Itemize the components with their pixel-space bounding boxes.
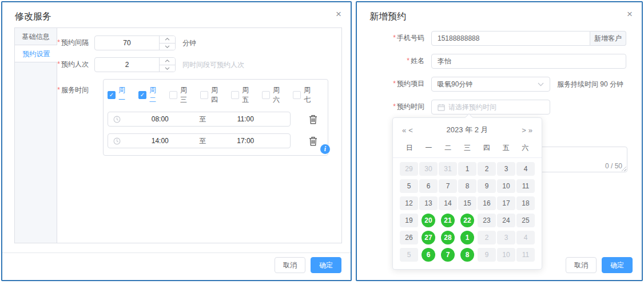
required-marker: * bbox=[407, 57, 410, 65]
calendar-day-cell[interactable]: 10 bbox=[497, 179, 515, 193]
calendar-day-cell[interactable]: 20 bbox=[419, 213, 438, 227]
calendar-day-cell[interactable]: 27 bbox=[419, 230, 438, 244]
weekday-checkbox[interactable]: ✓周一 bbox=[108, 85, 132, 105]
calendar-day: 8 bbox=[458, 179, 476, 193]
calendar-day-cell[interactable]: 22 bbox=[458, 213, 476, 227]
calendar-day-cell[interactable]: 10 bbox=[497, 247, 515, 262]
calendar-day-cell[interactable]: 4 bbox=[516, 230, 535, 244]
calendar-day-cell[interactable]: 1 bbox=[458, 161, 476, 176]
calendar-day-cell[interactable]: 6 bbox=[419, 247, 438, 262]
weekday-checkbox[interactable]: 周七 bbox=[293, 85, 317, 105]
calendar-day-cell[interactable]: 9 bbox=[478, 179, 496, 193]
calendar-day-cell[interactable]: 16 bbox=[478, 196, 496, 210]
prev-year-icon[interactable]: « bbox=[401, 126, 407, 135]
interval-value[interactable]: 70 bbox=[95, 36, 159, 50]
calendar-icon bbox=[438, 104, 445, 111]
calendar-day-cell[interactable]: 3 bbox=[497, 230, 515, 244]
capacity-number-input[interactable]: 2 bbox=[94, 57, 176, 72]
cancel-button[interactable]: 取消 bbox=[275, 257, 305, 273]
time-start-value[interactable]: 08:00 bbox=[121, 115, 200, 123]
capacity-value[interactable]: 2 bbox=[95, 58, 159, 72]
time-end-value[interactable]: 17:00 bbox=[206, 137, 285, 145]
spinner-up-icon[interactable] bbox=[160, 58, 175, 65]
calendar-day-cell[interactable]: 31 bbox=[439, 161, 457, 176]
tab-basic-info[interactable]: 基础信息 bbox=[15, 28, 57, 45]
date-picker-popup: « < 2023 年 2 月 > » 日一二三四五六 2930311234567… bbox=[392, 117, 542, 270]
confirm-button[interactable]: 确定 bbox=[311, 257, 341, 273]
time-range-input[interactable]: 14:00至17:00 bbox=[108, 133, 291, 148]
tab-appointment-settings[interactable]: 预约设置 bbox=[15, 45, 58, 62]
calendar-day-cell[interactable]: 19 bbox=[400, 213, 418, 227]
calendar-day-cell[interactable]: 8 bbox=[458, 247, 476, 262]
calendar-day-cell[interactable]: 13 bbox=[419, 196, 438, 210]
calendar-day-cell[interactable]: 3 bbox=[497, 161, 515, 176]
calendar-day-cell[interactable]: 30 bbox=[419, 161, 438, 176]
calendar-day: 7 bbox=[439, 179, 457, 193]
next-month-icon[interactable]: > bbox=[520, 126, 527, 135]
calendar-day-cell[interactable]: 2 bbox=[478, 230, 496, 244]
calendar-day-cell[interactable]: 15 bbox=[458, 196, 476, 210]
confirm-button[interactable]: 确定 bbox=[602, 257, 633, 273]
calendar-day-cell[interactable]: 9 bbox=[478, 247, 496, 262]
calendar-day-cell[interactable]: 7 bbox=[439, 179, 457, 193]
calendar-day-available: 20 bbox=[422, 214, 435, 227]
time-end-value[interactable]: 11:00 bbox=[206, 115, 285, 123]
close-icon[interactable]: × bbox=[336, 9, 341, 19]
required-marker: * bbox=[393, 102, 396, 111]
service-time-row: *服务时间 ✓周一✓周二周三周四周五周六周七 08:00至11:0014:00至… bbox=[57, 79, 333, 156]
calendar-day: 31 bbox=[439, 162, 457, 176]
calendar-day: 5 bbox=[400, 248, 418, 262]
calendar-day: 5 bbox=[400, 179, 418, 193]
calendar-day: 29 bbox=[400, 162, 418, 176]
add-customer-button[interactable]: 新增客户 bbox=[590, 31, 626, 46]
info-icon[interactable]: i bbox=[320, 144, 330, 154]
calendar-day-cell[interactable]: 12 bbox=[400, 196, 418, 210]
interval-number-input[interactable]: 70 bbox=[94, 35, 176, 50]
calendar-day-cell[interactable]: 6 bbox=[419, 179, 438, 193]
calendar-day-cell[interactable]: 5 bbox=[400, 247, 418, 262]
weekday-checkbox[interactable]: 周三 bbox=[169, 85, 193, 105]
calendar-day: 6 bbox=[419, 179, 438, 193]
calendar-day-cell[interactable]: 5 bbox=[400, 179, 418, 193]
prev-month-icon[interactable]: < bbox=[407, 126, 414, 135]
calendar-day-cell[interactable]: 23 bbox=[478, 213, 496, 227]
calendar-day-cell[interactable]: 1 bbox=[458, 230, 476, 244]
trash-icon[interactable] bbox=[309, 136, 317, 146]
calendar-month-title: 2023 年 2 月 bbox=[414, 125, 520, 135]
next-year-icon[interactable]: » bbox=[527, 126, 534, 135]
phone-input[interactable]: 15188888888 bbox=[431, 31, 590, 46]
weekday-checkbox[interactable]: 周五 bbox=[231, 85, 255, 105]
calendar-day-cell[interactable]: 28 bbox=[439, 230, 457, 244]
cancel-button[interactable]: 取消 bbox=[566, 257, 597, 273]
calendar-day-cell[interactable]: 7 bbox=[439, 247, 457, 262]
calendar-day-cell[interactable]: 11 bbox=[516, 179, 535, 193]
spinner-up-icon[interactable] bbox=[160, 36, 175, 43]
weekday-checkbox[interactable]: 周六 bbox=[262, 85, 286, 105]
calendar-day-cell[interactable]: 17 bbox=[497, 196, 515, 210]
calendar-day: 26 bbox=[400, 231, 418, 244]
calendar-day-cell[interactable]: 26 bbox=[400, 230, 418, 244]
calendar-day-cell[interactable]: 18 bbox=[516, 196, 535, 210]
calendar-day-cell[interactable]: 11 bbox=[516, 247, 535, 262]
calendar-day-cell[interactable]: 8 bbox=[458, 179, 476, 193]
appointment-time-input[interactable]: 请选择预约时间 bbox=[431, 100, 550, 115]
name-input[interactable]: 李怡 bbox=[431, 54, 626, 69]
calendar-day-cell[interactable]: 2 bbox=[478, 161, 496, 176]
calendar-day-cell[interactable]: 21 bbox=[439, 213, 457, 227]
calendar-day-cell[interactable]: 24 bbox=[497, 213, 515, 227]
weekday-checkbox[interactable]: 周四 bbox=[200, 85, 224, 105]
weekday-checkbox[interactable]: ✓周二 bbox=[138, 85, 162, 105]
time-placeholder: 请选择预约时间 bbox=[448, 102, 496, 112]
calendar-day-cell[interactable]: 14 bbox=[439, 196, 457, 210]
spinner-down-icon[interactable] bbox=[160, 43, 175, 50]
calendar-day-cell[interactable]: 29 bbox=[400, 161, 418, 176]
calendar-day-cell[interactable]: 4 bbox=[516, 161, 535, 176]
time-start-value[interactable]: 14:00 bbox=[121, 137, 200, 145]
checkbox-icon bbox=[262, 91, 270, 99]
close-icon[interactable]: × bbox=[627, 9, 633, 19]
spinner-down-icon[interactable] bbox=[160, 65, 175, 72]
time-range-input[interactable]: 08:00至11:00 bbox=[108, 112, 291, 127]
project-select[interactable]: 吸氧90分钟 bbox=[431, 77, 550, 92]
calendar-day-cell[interactable]: 25 bbox=[516, 213, 535, 227]
trash-icon[interactable] bbox=[309, 115, 317, 124]
